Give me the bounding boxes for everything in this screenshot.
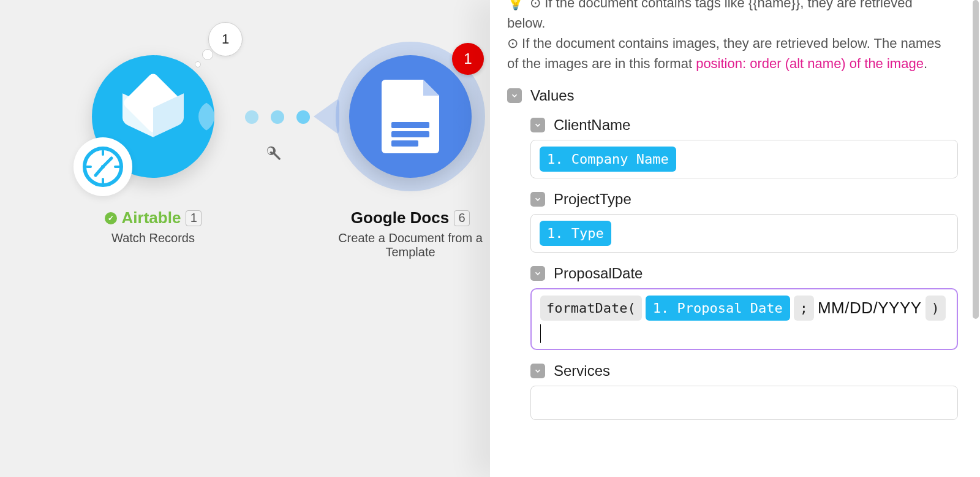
airtable-3d-box-icon [123,98,184,135]
scrollbar[interactable] [973,0,979,319]
section-label: Values [530,87,575,104]
chevron-down-icon[interactable] [530,266,545,281]
variable-pill[interactable]: 1. Proposal Date [646,296,790,321]
clientname-input[interactable]: 1. Company Name [530,140,958,178]
raw-text: MM/DD/YYYY [818,296,922,320]
notification-count: 1 [464,50,472,67]
function-open-token[interactable]: formatDate( [540,296,642,321]
projecttype-input[interactable]: 1. Type [530,214,958,253]
chevron-down-icon[interactable] [530,364,545,378]
function-close-token[interactable]: ) [925,296,946,321]
connection-route[interactable] [245,110,310,124]
module-index-badge: 6 [454,210,470,226]
bundle-count-bubble[interactable]: 1 [208,22,243,56]
field-clientname-header[interactable]: ClientName [530,116,958,134]
field-projecttype-header[interactable]: ProjectType [530,191,958,208]
info-hints: 💡 ⊙ If the document contains tags like {… [507,0,958,74]
variable-pill[interactable]: 1. Company Name [540,147,676,172]
module-airtable[interactable]: 1 ✓ Airtable 1 [74,55,233,245]
chevron-down-icon[interactable] [530,192,545,207]
field-label: ProposalDate [554,265,643,282]
field-services-header[interactable]: Services [530,362,958,380]
module-title: Airtable [122,208,181,227]
field-label: ClientName [554,116,630,134]
module-google-docs[interactable]: 1 Google Docs 6 Create a Document from a… [331,55,490,259]
field-label: ProjectType [554,191,631,208]
module-index-badge: 1 [186,210,202,226]
chevron-down-icon[interactable] [507,88,522,103]
chevron-down-icon[interactable] [530,118,545,132]
module-subtitle: Create a Document from a Template [331,231,490,259]
svg-point-7 [101,165,105,169]
module-subtitle: Watch Records [74,231,233,245]
section-values-header[interactable]: Values [507,87,958,104]
notification-badge[interactable]: 1 [452,43,484,75]
lightbulb-icon: 💡 [507,0,524,10]
route-dot-icon [296,110,310,124]
variable-pill[interactable]: 1. Type [540,221,611,246]
text-caret [540,324,541,343]
wrench-icon[interactable] [265,145,282,164]
input-port-icon[interactable] [314,98,339,135]
gdocs-circle[interactable] [349,55,472,178]
route-dot-icon [245,110,258,124]
output-port-icon[interactable] [456,101,488,132]
bundle-count: 1 [208,22,243,56]
field-proposaldate-header[interactable]: ProposalDate [530,265,958,282]
services-input[interactable] [530,386,958,420]
module-config-panel: 💡 ⊙ If the document contains tags like {… [490,0,980,477]
scheduler-clock-icon[interactable] [74,137,132,196]
google-doc-page-icon [382,80,439,153]
proposaldate-input[interactable]: formatDate( 1. Proposal Date ; MM/DD/YYY… [530,288,958,350]
separator-token[interactable]: ; [794,296,814,321]
module-title: Google Docs [351,208,449,227]
route-dot-icon [271,110,284,124]
scenario-canvas[interactable]: 1 ✓ Airtable 1 [0,0,490,477]
info-format-hint: position: order (alt name) of the image [696,56,924,71]
field-label: Services [554,362,610,380]
output-port-icon[interactable] [198,101,230,132]
verified-check-icon: ✓ [105,212,117,224]
